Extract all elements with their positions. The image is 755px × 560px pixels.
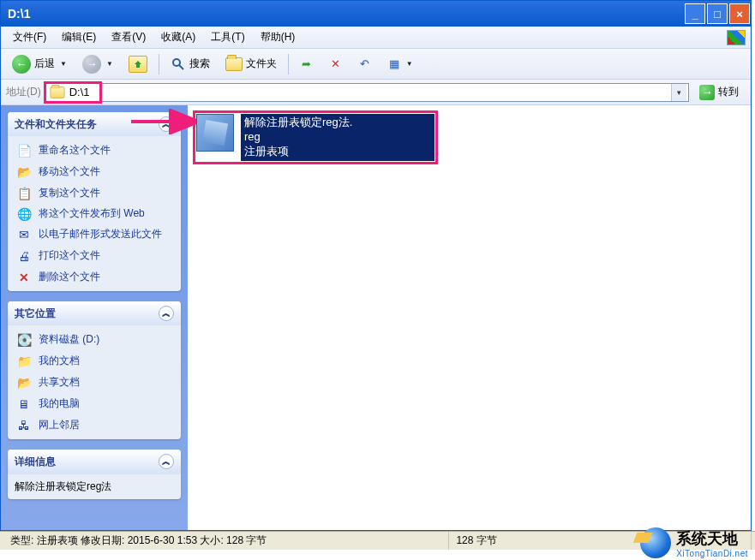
close-button[interactable]: ×	[729, 3, 750, 24]
other-label: 资料磁盘 (D:)	[39, 332, 99, 347]
task-print[interactable]: 🖨 打印这个文件	[16, 248, 172, 263]
task-email[interactable]: ✉ 以电子邮件形式发送此文件	[16, 228, 172, 241]
undo-icon: ↶	[358, 57, 372, 71]
folders-button[interactable]: 文件夹	[219, 53, 283, 74]
views-icon: ▦	[387, 57, 401, 71]
svg-line-1	[179, 65, 183, 69]
task-label: 重命名这个文件	[39, 143, 111, 158]
move-icon: 📂	[16, 165, 32, 179]
file-name-line2: reg	[244, 130, 431, 145]
address-input-container[interactable]: ▾	[45, 83, 689, 102]
delete-icon: ✕	[16, 271, 32, 284]
menu-favorites[interactable]: 收藏(A)	[154, 28, 202, 46]
window-title: D:\1	[8, 7, 684, 21]
documents-icon: 📁	[16, 354, 32, 368]
other-shared-documents[interactable]: 📂 共享文档	[16, 375, 172, 390]
statusbar: 类型: 注册表项 修改日期: 2015-6-30 1:53 大小: 128 字节…	[0, 531, 755, 550]
search-label: 搜索	[189, 57, 210, 71]
back-label: 后退	[34, 57, 55, 71]
window-controls: _ □ ×	[684, 3, 751, 24]
task-label: 打印这个文件	[39, 248, 100, 263]
other-label: 共享文档	[39, 375, 80, 390]
maximize-button[interactable]: □	[707, 3, 728, 24]
file-item-selected[interactable]: 解除注册表锁定reg法. reg 注册表项	[196, 114, 434, 161]
details-panel: 详细信息 ︽ 解除注册表锁定reg法	[8, 450, 181, 499]
move-to-button[interactable]: ➦	[294, 54, 320, 74]
go-label: 转到	[718, 85, 739, 99]
address-folder-icon	[50, 86, 64, 98]
tasks-header[interactable]: 文件和文件夹任务 ︽	[8, 112, 181, 136]
file-label: 解除注册表锁定reg法. reg 注册表项	[241, 114, 434, 161]
rename-icon: 📄	[16, 144, 32, 158]
status-main: 类型: 注册表项 修改日期: 2015-6-30 1:53 大小: 128 字节	[3, 532, 449, 550]
other-my-computer[interactable]: 🖥 我的电脑	[16, 396, 172, 411]
computer-icon: 🖥	[16, 397, 32, 411]
address-input[interactable]	[66, 84, 671, 101]
search-icon	[171, 57, 186, 72]
menu-tools[interactable]: 工具(T)	[204, 28, 251, 46]
other-places-panel: 其它位置 ︽ 💽 资料磁盘 (D:) 📁 我的文档 📂 共享文档	[8, 301, 181, 439]
minimize-button[interactable]: _	[685, 3, 705, 24]
task-move[interactable]: 📂 移动这个文件	[16, 164, 172, 179]
other-label: 我的文档	[39, 354, 80, 368]
up-button[interactable]	[123, 52, 153, 76]
menu-file[interactable]: 文件(F)	[6, 28, 53, 46]
file-type: 注册表项	[244, 145, 431, 159]
move-to-icon: ➦	[300, 57, 314, 71]
shared-folder-icon: 📂	[16, 376, 32, 390]
undo-button[interactable]: ↶	[352, 54, 378, 74]
copy-icon: 📋	[16, 187, 32, 200]
go-button[interactable]: → 转到	[692, 83, 746, 102]
explorer-window: D:\1 _ □ × 文件(F) 编辑(E) 查看(V) 收藏(A) 工具(T)…	[0, 0, 752, 531]
tasks-panel: 文件和文件夹任务 ︽ 📄 重命名这个文件 📂 移动这个文件 📋 复制这个文件	[8, 112, 181, 291]
other-label: 网上邻居	[39, 418, 80, 432]
delete-button[interactable]: ✕	[323, 54, 349, 74]
task-delete[interactable]: ✕ 删除这个文件	[16, 270, 172, 284]
task-label: 移动这个文件	[39, 164, 100, 179]
other-header-label: 其它位置	[15, 307, 56, 321]
details-header[interactable]: 详细信息 ︽	[8, 450, 181, 474]
drive-icon: 💽	[16, 333, 32, 347]
folders-icon	[225, 57, 243, 71]
reg-file-icon	[196, 114, 234, 152]
status-size: 128 字节	[449, 532, 752, 550]
other-header[interactable]: 其它位置 ︽	[8, 301, 181, 325]
task-copy[interactable]: 📋 复制这个文件	[16, 186, 172, 200]
menu-view[interactable]: 查看(V)	[105, 28, 153, 46]
other-body: 💽 资料磁盘 (D:) 📁 我的文档 📂 共享文档 🖥 我的电脑	[8, 325, 181, 439]
address-dropdown-button[interactable]: ▾	[671, 84, 686, 101]
body-area: 文件和文件夹任务 ︽ 📄 重命名这个文件 📂 移动这个文件 📋 复制这个文件	[1, 105, 751, 530]
print-icon: 🖨	[16, 249, 32, 263]
menu-help[interactable]: 帮助(H)	[254, 28, 303, 46]
menu-edit[interactable]: 编辑(E)	[55, 28, 103, 46]
views-button[interactable]: ▦ ▼	[381, 54, 419, 74]
content-area[interactable]: 解除注册表锁定reg法. reg 注册表项	[188, 105, 751, 530]
other-my-documents[interactable]: 📁 我的文档	[16, 354, 172, 368]
back-button[interactable]: ← 后退 ▼	[6, 51, 73, 77]
watermark-url: XiTongTianDi.net	[676, 549, 748, 558]
task-rename[interactable]: 📄 重命名这个文件	[16, 143, 172, 158]
chevron-up-icon[interactable]: ︽	[159, 116, 174, 132]
titlebar[interactable]: D:\1 _ □ ×	[1, 1, 751, 27]
forward-arrow-icon: →	[82, 55, 101, 74]
menubar: 文件(F) 编辑(E) 查看(V) 收藏(A) 工具(T) 帮助(H)	[1, 27, 751, 49]
chevron-up-icon[interactable]: ︽	[159, 454, 174, 469]
forward-button[interactable]: → ▼	[76, 51, 119, 77]
task-publish-web[interactable]: 🌐 将这个文件发布到 Web	[16, 207, 172, 221]
other-network[interactable]: 🖧 网上邻居	[16, 418, 172, 432]
windows-flag-icon	[727, 30, 746, 45]
other-drive-d[interactable]: 💽 资料磁盘 (D:)	[16, 332, 172, 347]
delete-x-icon: ✕	[329, 57, 343, 71]
tasks-body: 📄 重命名这个文件 📂 移动这个文件 📋 复制这个文件 🌐 将这个文件发布到 W…	[8, 136, 181, 291]
tasks-header-label: 文件和文件夹任务	[15, 117, 97, 132]
address-label: 地址(D)	[6, 85, 41, 99]
search-button[interactable]: 搜索	[165, 53, 216, 75]
views-dropdown-icon: ▼	[406, 60, 413, 68]
details-header-label: 详细信息	[15, 455, 56, 469]
sidebar: 文件和文件夹任务 ︽ 📄 重命名这个文件 📂 移动这个文件 📋 复制这个文件	[1, 105, 188, 530]
task-label: 删除这个文件	[39, 270, 100, 284]
toolbar-separator	[159, 54, 159, 74]
file-name-line1: 解除注册表锁定reg法.	[244, 116, 431, 130]
details-filename: 解除注册表锁定reg法	[8, 474, 181, 499]
chevron-up-icon[interactable]: ︽	[159, 306, 174, 321]
